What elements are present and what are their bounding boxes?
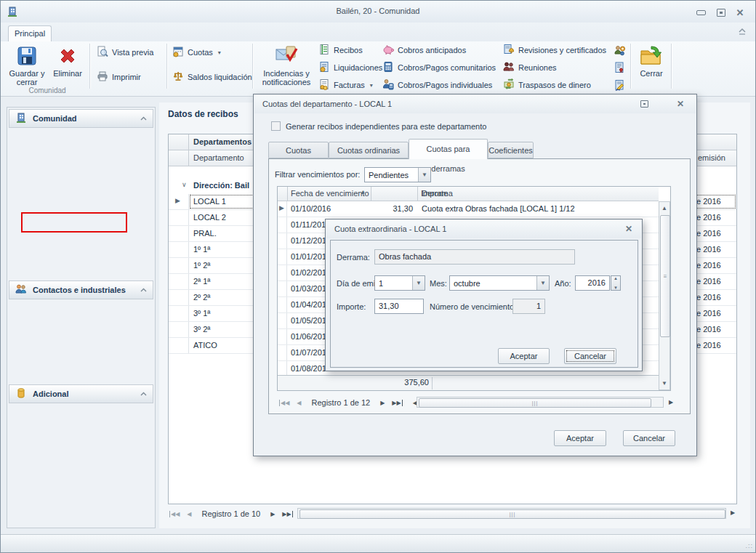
sidebar-item[interactable] — [7, 190, 155, 204]
recibos-button[interactable]: Recibos — [318, 44, 363, 57]
tab-principal[interactable]: Principal — [8, 25, 52, 42]
tab-cuotas-ordinarias[interactable]: Cuotas ordinarias — [268, 142, 329, 158]
scroll-down-icon[interactable]: ▼ — [659, 380, 669, 387]
junta-herramientas-button[interactable] — [614, 44, 626, 57]
cell-fecha-emision-fragment[interactable]: e 2016 — [692, 242, 736, 257]
chevron-down-icon[interactable]: ▼ — [536, 276, 549, 290]
hscroll-right-button[interactable]: ▶ — [731, 509, 735, 516]
sidebar-section-adicional[interactable]: Adicional — [9, 384, 153, 403]
nav-prev-button[interactable]: ◀ — [187, 511, 191, 517]
nav-first-button[interactable]: ◀◀ — [169, 511, 180, 517]
cell-fecha-emision-fragment[interactable]: e 2016 — [692, 290, 736, 305]
facturas-dropdown-button[interactable]: Facturas ▾ — [318, 78, 373, 92]
cobros-comunitarios-button[interactable]: Cobros/Pagos comunitarios — [382, 61, 496, 74]
reuniones-button[interactable]: Reuniones — [503, 61, 557, 74]
incidencias-button[interactable]: Incidencias y notificaciones — [257, 43, 316, 86]
sidebar-item[interactable] — [7, 307, 155, 320]
sidebar-section-comunidad[interactable]: Comunidad — [9, 109, 153, 128]
column-header-derrama[interactable]: Derrama — [422, 189, 453, 198]
liquidaciones-button[interactable]: Liquidaciones — [318, 61, 382, 74]
spin-down-icon[interactable]: ▼ — [614, 286, 618, 290]
saldos-liquidacion-button[interactable]: Saldos liquidación — [172, 70, 252, 84]
imprimir-button[interactable]: Imprimir — [97, 70, 141, 84]
certificado-button[interactable] — [614, 62, 626, 75]
minimize-button[interactable] — [691, 7, 710, 17]
cuotas-dropdown-button[interactable]: Cuotas ▾ — [172, 46, 221, 59]
cell-fecha-emision-fragment[interactable]: e 2016 — [692, 226, 736, 241]
nav-next-button[interactable]: ▶ — [380, 400, 385, 406]
hscroll-right-button[interactable]: ▶ — [669, 399, 673, 405]
tab-cuotas-para-derramas[interactable]: Cuotas para derramas — [409, 139, 488, 159]
horizontal-scrollbar[interactable]: ||| — [297, 508, 726, 519]
cell-fecha-emision-fragment[interactable]: e 2016 — [692, 274, 736, 289]
column-header-fecha[interactable]: Fecha de vencimiento — [291, 189, 369, 198]
nav-prev-button[interactable]: ◀ — [297, 400, 301, 406]
cobros-individuales-button[interactable]: Cobros/Pagos individuales — [382, 78, 492, 92]
anio-spinner[interactable]: ▲ ▼ — [611, 275, 621, 291]
cell-fecha-vencimiento[interactable]: 01/10/2016 — [287, 201, 371, 217]
scrollbar-thumb[interactable]: ||| — [419, 398, 651, 408]
spin-up-icon[interactable]: ▲ — [614, 276, 618, 280]
sidebar-item[interactable] — [7, 259, 155, 273]
column-header-emision-fragment[interactable]: emisión — [698, 153, 725, 162]
aceptar-button[interactable]: Aceptar — [554, 430, 606, 446]
documento-firma-button[interactable] — [614, 79, 626, 92]
sidebar-item[interactable] — [7, 246, 155, 259]
filter-combobox[interactable]: Pendientes ▼ — [364, 167, 431, 182]
vertical-scrollbar[interactable]: ▲ ≡ ▼ — [659, 201, 670, 390]
dialog-close-button[interactable]: ✕ — [675, 99, 686, 109]
sidebar-item[interactable] — [7, 362, 155, 376]
dialog-close-button[interactable]: ✕ — [623, 224, 635, 234]
generar-recibos-checkbox[interactable] — [271, 121, 281, 131]
cobros-anticipados-button[interactable]: Cobros anticipados — [382, 44, 466, 57]
resize-grip[interactable]: .:: — [745, 542, 753, 549]
cancelar-button[interactable]: Cancelar — [564, 348, 616, 364]
sidebar-item[interactable] — [7, 424, 155, 438]
dialog-title-bar[interactable]: Cuota extraordinaria - LOCAL 1 — [326, 220, 641, 238]
chevron-down-icon[interactable]: ▼ — [418, 168, 430, 182]
cell-fecha-emision-fragment[interactable]: e 2016 — [692, 338, 736, 353]
restore-button[interactable] — [712, 7, 731, 17]
sidebar-item[interactable] — [7, 411, 155, 424]
importe-field[interactable]: 31,30 — [374, 299, 424, 314]
cell-fecha-emision-fragment[interactable]: e 2016 — [692, 210, 736, 225]
horizontal-scrollbar[interactable]: ||| — [417, 397, 664, 408]
scrollbar-thumb[interactable]: ≡ — [660, 215, 670, 337]
guardar-y-cerrar-button[interactable]: Guardar y cerrar — [8, 44, 46, 86]
sidebar-item[interactable] — [7, 320, 155, 334]
nav-last-button[interactable]: ▶▶ — [392, 400, 402, 406]
eliminar-button[interactable]: Eliminar — [49, 44, 87, 78]
cancelar-button[interactable]: Cancelar — [623, 430, 675, 446]
tab-coeficientes[interactable]: Coeficientes — [488, 142, 534, 158]
traspasos-button[interactable]: Traspasos de dinero — [503, 78, 591, 92]
dialog-title-bar[interactable]: Cuotas del departamento - LOCAL 1 — [254, 95, 696, 113]
sidebar-item[interactable] — [7, 149, 155, 163]
sidebar-item[interactable] — [7, 334, 155, 348]
nav-next-button[interactable]: ▶ — [270, 511, 275, 517]
cell-fecha-emision-fragment[interactable]: e 2016 — [692, 322, 736, 337]
ribbon-collapse-icon[interactable] — [738, 28, 747, 36]
revisiones-button[interactable]: Revisiones y certificados — [503, 44, 606, 57]
cell-fecha-emision-fragment[interactable]: e 2016 — [692, 258, 736, 273]
anio-spin-field[interactable]: 2016 — [575, 275, 610, 291]
aceptar-button[interactable]: Aceptar — [498, 348, 550, 364]
close-button[interactable]: ✕ — [731, 7, 749, 17]
cell-derrama[interactable]: Cuota extra Obras fachada [LOCAL 1] 1/12 — [417, 201, 659, 217]
mes-combobox[interactable]: octubre ▼ — [449, 275, 550, 291]
dia-emision-combobox[interactable]: 1 ▼ — [374, 275, 425, 291]
scroll-up-icon[interactable]: ▲ — [659, 205, 669, 211]
sidebar-item[interactable] — [7, 348, 155, 362]
tab-cuotas-ordinarias-extras[interactable]: Cuotas ordinarias extras — [329, 142, 409, 158]
dialog-maximize-button[interactable] — [638, 99, 650, 109]
cerrar-button[interactable]: Cerrar — [633, 44, 669, 78]
sidebar-item[interactable] — [7, 163, 155, 177]
scrollbar-thumb[interactable]: ||| — [299, 509, 725, 519]
cell-importe[interactable]: 31,30 — [371, 201, 417, 217]
cell-fecha-emision-fragment[interactable]: e 2016 — [692, 194, 736, 209]
nav-last-button[interactable]: ▶▶ — [282, 511, 292, 517]
column-header-departamento[interactable]: Departamento — [193, 153, 244, 162]
vista-previa-button[interactable]: Vista previa — [97, 46, 153, 59]
sidebar-item[interactable] — [7, 232, 155, 246]
nav-first-button[interactable]: ◀◀ — [279, 400, 289, 406]
sidebar-item[interactable] — [7, 135, 155, 149]
